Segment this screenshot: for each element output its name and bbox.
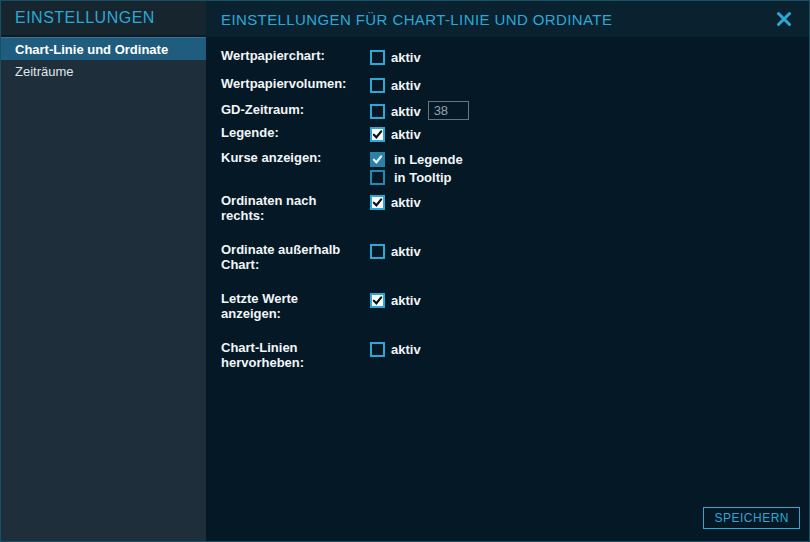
checkbox-label: aktiv: [391, 293, 421, 308]
row-label: Ordinaten nach rechts:: [221, 193, 370, 223]
row-label: Ordinate außerhalb Chart:: [221, 242, 370, 272]
in-tooltip-checkbox[interactable]: [370, 170, 385, 185]
option-in-legende: in Legende: [370, 152, 463, 167]
settings-form: Wertpapierchart: aktiv Wertpapiervolumen…: [206, 37, 809, 370]
option-in-tooltip: in Tooltip: [370, 170, 452, 185]
gd-zeitraum-checkbox[interactable]: [370, 104, 385, 119]
row-label: Letzte Werte anzeigen:: [221, 291, 370, 321]
row-label: Legende:: [221, 125, 370, 140]
close-button[interactable]: [773, 8, 795, 30]
checkmark-icon: [372, 295, 383, 306]
sidebar-item-label: Chart-Linie und Ordinate: [15, 42, 168, 57]
sidebar: EINSTELLUNGEN Chart-Linie und Ordinate Z…: [1, 1, 206, 541]
form-row-kurse-anzeigen: Kurse anzeigen: in Legende in Tooltip: [221, 150, 809, 185]
panel-title: EINSTELLUNGEN FÜR CHART-LINIE UND ORDINA…: [221, 11, 773, 28]
row-label: Kurse anzeigen:: [221, 150, 370, 165]
checkbox-label: in Legende: [394, 152, 463, 167]
form-row-letzte-werte-anzeigen: Letzte Werte anzeigen: aktiv: [221, 291, 809, 321]
row-label: Wertpapiervolumen:: [221, 76, 370, 91]
close-icon: [776, 11, 792, 27]
ordinate-ausserhalb-chart-checkbox[interactable]: [370, 244, 385, 259]
checkbox-label: aktiv: [391, 127, 421, 142]
checkbox-label: aktiv: [391, 244, 421, 259]
letzte-werte-anzeigen-checkbox[interactable]: [370, 293, 385, 308]
row-label: Wertpapierchart:: [221, 48, 370, 63]
checkbox-label: aktiv: [391, 195, 421, 210]
checkmark-icon: [372, 154, 383, 165]
sidebar-item-chart-linie-und-ordinate[interactable]: Chart-Linie und Ordinate: [1, 37, 206, 60]
form-row-chart-linien-hervorheben: Chart-Linien hervorheben: aktiv: [221, 340, 809, 370]
form-row-ordinate-ausserhalb-chart: Ordinate außerhalb Chart: aktiv: [221, 242, 809, 272]
row-label: Chart-Linien hervorheben:: [221, 340, 370, 370]
checkmark-icon: [372, 129, 383, 140]
row-label: GD-Zeitraum:: [221, 102, 370, 117]
checkbox-label: in Tooltip: [394, 170, 452, 185]
main-panel: EINSTELLUNGEN FÜR CHART-LINIE UND ORDINA…: [206, 1, 809, 541]
settings-dialog: EINSTELLUNGEN Chart-Linie und Ordinate Z…: [0, 0, 810, 542]
form-row-legende: Legende: aktiv: [221, 125, 809, 142]
sidebar-header: EINSTELLUNGEN: [1, 1, 206, 37]
sidebar-item-label: Zeiträume: [15, 64, 74, 79]
checkbox-label: aktiv: [391, 104, 421, 119]
in-legende-checkbox[interactable]: [370, 152, 385, 167]
legende-checkbox[interactable]: [370, 127, 385, 142]
sidebar-item-zeitraeume[interactable]: Zeiträume: [1, 60, 206, 83]
form-row-gd-zeitraum: GD-Zeitraum: aktiv: [221, 102, 809, 120]
wertpapiervolumen-checkbox[interactable]: [370, 78, 385, 93]
chart-linien-hervorheben-checkbox[interactable]: [370, 342, 385, 357]
checkbox-label: aktiv: [391, 78, 421, 93]
save-button[interactable]: SPEICHERN: [703, 507, 800, 529]
wertpapierchart-checkbox[interactable]: [370, 50, 385, 65]
form-row-wertpapierchart: Wertpapierchart: aktiv: [221, 48, 809, 65]
panel-header: EINSTELLUNGEN FÜR CHART-LINIE UND ORDINA…: [206, 1, 809, 37]
gd-zeitraum-input[interactable]: [428, 101, 469, 120]
form-row-wertpapiervolumen: Wertpapiervolumen: aktiv: [221, 76, 809, 93]
form-row-ordinaten-nach-rechts: Ordinaten nach rechts: aktiv: [221, 193, 809, 223]
checkmark-icon: [372, 197, 383, 208]
checkbox-label: aktiv: [391, 50, 421, 65]
sidebar-title: EINSTELLUNGEN: [15, 9, 155, 27]
ordinaten-nach-rechts-checkbox[interactable]: [370, 195, 385, 210]
checkbox-label: aktiv: [391, 342, 421, 357]
